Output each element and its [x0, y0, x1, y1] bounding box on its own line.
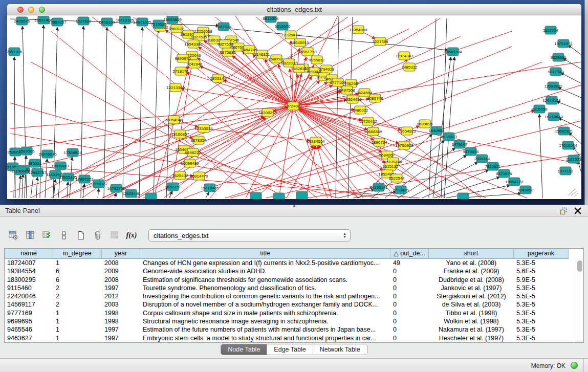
tab-node-table[interactable]: Node Table — [221, 344, 267, 355]
table-cell: Tibbo et al. (1998) — [429, 309, 514, 317]
graph-node[interactable] — [458, 193, 469, 199]
memory-status-indicator — [571, 362, 578, 369]
table-row[interactable]: 1830029562008Estimation of significance … — [5, 276, 583, 284]
node-label: 2803144 — [210, 76, 226, 81]
table-cell: Estimation of significance thresholds fo… — [140, 276, 390, 284]
table-cell: 1997 — [102, 284, 140, 292]
node-label: 1221398 — [372, 39, 388, 44]
node-label: 9327505 — [191, 35, 207, 39]
table-cell: Genome-wide association studies in ADHD. — [140, 267, 390, 275]
table-cell: 2003 — [102, 300, 140, 309]
select-columns-icon[interactable] — [23, 229, 37, 242]
table-cell: 1 — [53, 259, 102, 267]
column-header-0[interactable]: name — [5, 249, 53, 259]
splitter-grip-icon[interactable]: ▲ — [292, 203, 297, 208]
table-cell: 49 — [390, 259, 429, 267]
new-file-icon[interactable] — [74, 229, 88, 242]
network-table-selector[interactable]: citations_edges.txt▲▼ — [148, 229, 351, 242]
node-label: 1162815 — [291, 67, 307, 71]
table-header-row[interactable]: namein_degreeyeartitle△ out_de...shortpa… — [5, 249, 583, 259]
table-cell: 1997 — [102, 325, 140, 334]
import-table-disabled-icon[interactable] — [107, 229, 122, 242]
node-label: 9245052 — [517, 188, 534, 192]
node-label: 7832621 — [485, 164, 501, 169]
table-row[interactable]: 946362711997Embryonic stem cells: a mode… — [5, 334, 583, 342]
table-row[interactable]: 1938455462009Genome-wide association stu… — [5, 267, 583, 275]
node-label: 11156869 — [12, 169, 30, 173]
graph-node[interactable] — [250, 192, 262, 199]
node-label: 9657791 — [165, 185, 181, 189]
table-cell: 1 — [53, 317, 102, 325]
node-table[interactable]: namein_degreeyeartitle△ out_de...shortpa… — [4, 248, 584, 343]
node-label: 746266 — [344, 81, 358, 86]
node-label: 16961758 — [298, 50, 317, 54]
row-height-icon[interactable] — [57, 229, 71, 242]
column-header-6[interactable]: pagerank — [514, 249, 569, 259]
zoom-window-icon[interactable] — [39, 7, 45, 13]
column-header-1[interactable]: in_degree — [53, 249, 102, 259]
table-row[interactable]: 977716911998Corpus callosum shape and si… — [5, 309, 583, 317]
network-window-titlebar[interactable]: citations_edges.txt — [7, 4, 581, 15]
node-label: 16210643 — [545, 115, 563, 119]
validate-table-icon[interactable] — [40, 229, 54, 242]
graph-node[interactable] — [273, 193, 285, 199]
table-cell: Jankovic et al. (1997) — [429, 284, 514, 292]
column-header-2[interactable]: year — [102, 249, 140, 259]
float-panel-icon[interactable] — [559, 207, 568, 215]
table-cell: 6 — [53, 276, 102, 284]
network-canvas[interactable]: 1872400718300295193845547663822896012889… — [7, 16, 581, 199]
column-header-3[interactable]: title — [140, 249, 390, 259]
table-cell: 0 — [390, 276, 429, 284]
node-label: 15720407 — [359, 119, 377, 124]
table-cell: 2008 — [102, 259, 140, 267]
table-row[interactable]: 1872400712008Changes of HCN gene express… — [5, 259, 583, 267]
node-label: 9227343 — [548, 70, 564, 74]
scrollbar-thumb[interactable] — [577, 260, 582, 272]
node-label: 2718176 — [172, 69, 189, 74]
close-window-icon[interactable] — [17, 7, 24, 13]
node-label: 1890724 — [371, 140, 387, 145]
table-cell: Franke et al. (2009) — [429, 267, 514, 275]
table-cell: Yano et al. (2008) — [429, 259, 514, 267]
table-panel-header[interactable]: ▲ Table Panel — [0, 205, 588, 217]
tab-network-table[interactable]: Network Table — [313, 344, 367, 355]
node-label: 19975887 — [51, 164, 70, 168]
table-cell: 2012 — [102, 292, 140, 300]
node-label: 9699695 — [417, 122, 433, 126]
graph-node[interactable] — [296, 191, 308, 199]
table-settings-icon[interactable] — [6, 229, 20, 242]
table-row[interactable]: 911546021997Tourette syndrome. Phenomeno… — [5, 284, 583, 292]
table-cell: 18724007 — [5, 259, 53, 267]
table-vertical-scrollbar[interactable] — [576, 259, 583, 342]
node-label: 2935114 — [474, 157, 490, 161]
table-row[interactable]: 2242004622012Investigating the contribut… — [5, 292, 583, 300]
table-cell: 2 — [53, 292, 102, 300]
table-cell: 0 — [390, 284, 429, 292]
table-row[interactable]: 1456911722003Disruption of a novel membe… — [5, 300, 583, 309]
node-label: 16782759 — [107, 186, 125, 191]
node-label: 9146821 — [254, 52, 270, 57]
table-row[interactable]: 969969511998Structural magnetic resonanc… — [5, 317, 583, 325]
function-builder-icon[interactable]: f(x) — [124, 229, 139, 242]
table-cell: 18300295 — [5, 276, 53, 284]
node-label: 7485312 — [401, 65, 418, 70]
node-label: 9777169 — [330, 80, 346, 85]
table-cell: 9463627 — [5, 334, 53, 342]
node-label: 15718485 — [201, 186, 219, 190]
tab-edge-table[interactable]: Edge Table — [267, 344, 313, 355]
table-body[interactable]: 1872400712008Changes of HCN gene express… — [5, 259, 583, 342]
graph-node[interactable] — [145, 193, 157, 199]
table-cell: 9115460 — [5, 284, 53, 292]
minimize-window-icon[interactable] — [28, 7, 34, 13]
table-cell: 0 — [390, 292, 429, 300]
close-panel-icon[interactable] — [574, 207, 582, 215]
column-header-5[interactable]: short — [429, 249, 514, 259]
citation-network-graph[interactable]: 1872400718300295193845547663822896012889… — [7, 16, 581, 199]
delete-table-icon[interactable] — [91, 229, 105, 242]
node-label: 1733426 — [393, 188, 409, 192]
column-header-4[interactable]: △ out_de... — [390, 249, 429, 259]
node-label: 9684067 — [379, 153, 395, 158]
network-view-window[interactable]: citations_edges.txt 18724007183002951938… — [7, 4, 581, 199]
table-row[interactable]: 946554611997Estimation of the future num… — [5, 325, 583, 334]
table-cell: 2009 — [102, 267, 140, 275]
